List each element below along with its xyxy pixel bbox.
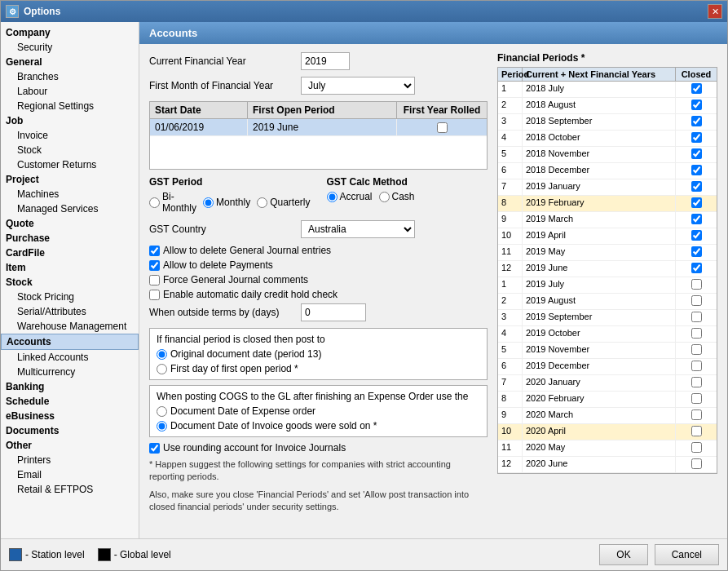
radio-first-open[interactable]: First day of first open period *	[157, 363, 480, 374]
fp-row-21[interactable]: 102020 April	[498, 424, 717, 440]
fp-closed-14[interactable]	[676, 310, 717, 325]
sidebar-item-labour[interactable]: Labour	[1, 84, 139, 99]
sidebar-item-regional[interactable]: Regional Settings	[1, 99, 139, 113]
fp-closed-9[interactable]	[676, 228, 717, 244]
checkbox-delete-payments[interactable]: Allow to delete Payments	[149, 259, 488, 271]
sidebar-item-stock-pricing[interactable]: Stock Pricing	[1, 290, 139, 304]
radio-bimonthly[interactable]: Bi-Monthly	[149, 191, 196, 214]
fp-closed-3[interactable]	[676, 131, 717, 146]
fp-closed-10[interactable]	[676, 245, 717, 260]
fp-row-0[interactable]: 12018 July	[498, 82, 717, 98]
fp-row-6[interactable]: 72019 January	[498, 179, 717, 196]
checkbox-delete-journals[interactable]: Allow to delete General Journal entries	[149, 245, 488, 256]
ok-button[interactable]: OK	[599, 544, 647, 565]
checkbox-force-comments[interactable]: Force General Journal comments	[149, 274, 488, 286]
radio-original-doc[interactable]: Original document date (period 13)	[157, 348, 480, 360]
fp-row-10[interactable]: 112019 May	[498, 245, 717, 261]
sidebar-item-linked-accounts[interactable]: Linked Accounts	[1, 350, 139, 365]
outside-terms-input[interactable]	[301, 303, 366, 321]
fp-closed-2[interactable]	[676, 114, 717, 130]
fp-closed-1[interactable]	[676, 98, 717, 113]
fp-closed-8[interactable]	[676, 212, 717, 228]
sidebar-item-machines[interactable]: Machines	[1, 187, 139, 201]
fp-closed-17[interactable]	[676, 359, 717, 374]
fp-row-16[interactable]: 52019 November	[498, 343, 717, 359]
sidebar-item-serial-attributes[interactable]: Serial/Attributes	[1, 304, 139, 319]
radio-expense-order-date[interactable]: Document Date of Expense order	[157, 405, 480, 417]
fp-closed-23[interactable]	[676, 457, 717, 472]
fp-closed-4[interactable]	[676, 147, 717, 162]
checkbox-auto-credit[interactable]: Enable automatic daily credit hold check	[149, 289, 488, 300]
sidebar-item-stock[interactable]: Stock	[1, 275, 139, 290]
fp-closed-21[interactable]	[676, 424, 717, 440]
fp-row-3[interactable]: 42018 October	[498, 131, 717, 147]
fp-closed-22[interactable]	[676, 440, 717, 456]
fp-row-8[interactable]: 92019 March	[498, 212, 717, 228]
checkbox-rounding[interactable]: Use rounding account for Invoice Journal…	[149, 442, 488, 454]
fp-row-17[interactable]: 62019 December	[498, 359, 717, 375]
radio-invoice-date[interactable]: Document Date of Invoice goods were sold…	[157, 420, 480, 432]
table-row[interactable]: 01/06/2019 2019 June	[150, 119, 487, 136]
fp-closed-16[interactable]	[676, 343, 717, 358]
fp-row-5[interactable]: 62018 December	[498, 163, 717, 179]
fp-row-13[interactable]: 22019 August	[498, 294, 717, 310]
fp-closed-13[interactable]	[676, 294, 717, 309]
fp-closed-15[interactable]	[676, 326, 717, 342]
fp-row-7[interactable]: 82019 February	[498, 196, 717, 212]
sidebar-item-banking[interactable]: Banking	[1, 379, 139, 394]
fp-row-2[interactable]: 32018 September	[498, 114, 717, 131]
current-fy-input[interactable]	[301, 52, 350, 70]
radio-accrual[interactable]: Accrual	[327, 191, 373, 202]
fp-closed-18[interactable]	[676, 375, 717, 391]
sidebar-item-stock-job[interactable]: Stock	[1, 143, 139, 157]
sidebar-item-warehouse-management[interactable]: Warehouse Management	[1, 319, 139, 334]
sidebar-item-email[interactable]: Email	[1, 467, 139, 482]
sidebar-item-item[interactable]: Item	[1, 260, 139, 275]
radio-quarterly[interactable]: Quarterly	[257, 197, 310, 208]
sidebar-item-job[interactable]: Job	[1, 113, 139, 128]
sidebar-item-purchase[interactable]: Purchase	[1, 231, 139, 246]
radio-monthly[interactable]: Monthly	[203, 197, 250, 208]
sidebar-item-accounts[interactable]: Accounts	[1, 334, 139, 350]
sidebar-item-invoice[interactable]: Invoice	[1, 128, 139, 143]
fp-row-12[interactable]: 12019 July	[498, 277, 717, 294]
sidebar-item-cardfile[interactable]: CardFile	[1, 246, 139, 260]
fp-row-9[interactable]: 102019 April	[498, 228, 717, 245]
fp-closed-12[interactable]	[676, 277, 717, 293]
gst-country-select[interactable]: Australia	[301, 220, 415, 238]
fp-row-23[interactable]: 122020 June	[498, 457, 717, 473]
sidebar-item-general[interactable]: General	[1, 55, 139, 69]
fp-row-1[interactable]: 22018 August	[498, 98, 717, 114]
fp-closed-0[interactable]	[676, 82, 717, 97]
fp-row-11[interactable]: 122019 June	[498, 261, 717, 277]
fp-closed-5[interactable]	[676, 163, 717, 179]
fp-row-15[interactable]: 42019 October	[498, 326, 717, 343]
sidebar-item-schedule[interactable]: Schedule	[1, 394, 139, 409]
fp-row-4[interactable]: 52018 November	[498, 147, 717, 163]
first-month-select[interactable]: July	[301, 77, 415, 95]
sidebar-item-retail-eftpos[interactable]: Retail & EFTPOS	[1, 482, 139, 497]
fp-row-20[interactable]: 92020 March	[498, 408, 717, 424]
fp-row-14[interactable]: 32019 September	[498, 310, 717, 326]
fp-row-19[interactable]: 82020 February	[498, 392, 717, 408]
fp-row-18[interactable]: 72020 January	[498, 375, 717, 392]
first-year-checkbox[interactable]	[437, 122, 448, 133]
fp-closed-7[interactable]	[676, 196, 717, 211]
sidebar-item-printers[interactable]: Printers	[1, 453, 139, 467]
sidebar-item-branches[interactable]: Branches	[1, 69, 139, 84]
sidebar-item-company[interactable]: Company	[1, 25, 139, 40]
fp-closed-11[interactable]	[676, 261, 717, 277]
radio-cash[interactable]: Cash	[379, 191, 415, 202]
sidebar-item-project[interactable]: Project	[1, 172, 139, 187]
sidebar-item-other[interactable]: Other	[1, 438, 139, 453]
fp-row-22[interactable]: 112020 May	[498, 440, 717, 457]
fp-closed-19[interactable]	[676, 392, 717, 407]
cancel-button[interactable]: Cancel	[655, 544, 719, 565]
fp-closed-6[interactable]	[676, 179, 717, 195]
sidebar-item-security[interactable]: Security	[1, 40, 139, 55]
sidebar-item-ebusiness[interactable]: eBusiness	[1, 409, 139, 423]
sidebar-item-multicurrency[interactable]: Multicurrency	[1, 365, 139, 379]
sidebar-item-customer-returns[interactable]: Customer Returns	[1, 157, 139, 172]
close-button[interactable]: ✕	[708, 4, 722, 19]
sidebar-item-quote[interactable]: Quote	[1, 216, 139, 231]
